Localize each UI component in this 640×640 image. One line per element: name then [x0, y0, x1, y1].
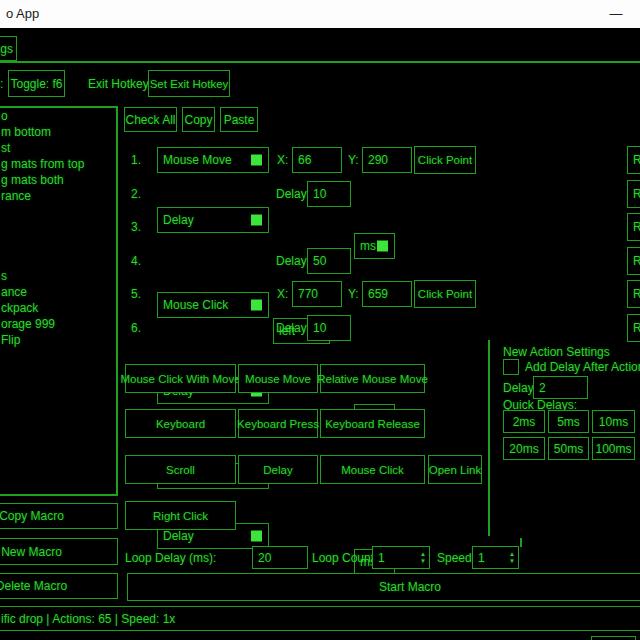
- x-label: X:: [277, 281, 288, 307]
- settings-delay-label: Delay:: [503, 376, 537, 399]
- spinner-arrows[interactable]: ▲▼: [509, 551, 515, 565]
- macro-list: o m bottom st g mats from top g mats bot…: [1, 108, 115, 348]
- add-scroll-button[interactable]: Scroll: [125, 455, 236, 484]
- add-mouse-click-button[interactable]: Mouse Click: [320, 455, 425, 484]
- dropdown-indicator-icon[interactable]: [251, 215, 262, 226]
- app-window: o App — gs : Toggle: f6 Exit Hotkey: Set…: [0, 0, 640, 640]
- x-input[interactable]: 770: [292, 281, 342, 307]
- paste-button[interactable]: Paste: [220, 107, 258, 132]
- menu-tab-settings[interactable]: gs: [0, 36, 17, 61]
- macro-list-item[interactable]: Flip: [1, 332, 115, 348]
- macro-list-item[interactable]: o: [1, 108, 115, 124]
- loop-delay-label: Loop Delay (ms):: [125, 546, 216, 569]
- action-type-dropdown[interactable]: Delay: [157, 207, 269, 233]
- remove-action-button[interactable]: R: [627, 213, 640, 241]
- add-keyboard-button[interactable]: Keyboard: [125, 409, 236, 438]
- toggle-hotkey-button[interactable]: Toggle: f6: [8, 70, 65, 97]
- macro-list-item[interactable]: s: [1, 268, 115, 284]
- action-type-value: Mouse Click: [163, 298, 228, 312]
- macro-list-item[interactable]: [1, 204, 115, 220]
- minimize-icon: —: [610, 6, 623, 21]
- macro-list-item[interactable]: ckpack: [1, 300, 115, 316]
- macro-list-item[interactable]: g mats from top: [1, 156, 115, 172]
- new-macro-button[interactable]: New Macro: [0, 538, 118, 565]
- add-right-click-button[interactable]: Right Click: [125, 501, 236, 530]
- add-delay-after-action-label: Add Delay After Action: [525, 359, 640, 375]
- y-input[interactable]: 659: [362, 281, 412, 307]
- check-all-button[interactable]: Check All: [124, 107, 177, 132]
- delete-macro-button[interactable]: Delete Macro: [0, 573, 118, 599]
- copy-button[interactable]: Copy: [182, 107, 215, 132]
- delay-input[interactable]: 10: [307, 181, 351, 207]
- set-exit-hotkey-button[interactable]: Set Exit Hotkey: [148, 70, 230, 97]
- y-label: Y:: [348, 281, 359, 307]
- macro-list-item[interactable]: g mats both: [1, 172, 115, 188]
- minimize-button[interactable]: —: [600, 0, 632, 26]
- remove-action-button[interactable]: R: [627, 146, 640, 174]
- add-relative-mouse-move-button[interactable]: Relative Mouse Move: [320, 364, 425, 393]
- loop-delay-input[interactable]: 20: [252, 546, 308, 569]
- spin-down-icon[interactable]: ▼: [509, 558, 515, 565]
- loop-count-value: 1: [378, 551, 385, 565]
- macro-list-item[interactable]: st: [1, 140, 115, 156]
- macro-list-item[interactable]: rance: [1, 188, 115, 204]
- action-type-dropdown[interactable]: Mouse Move: [157, 147, 269, 173]
- delay-label: Delay:: [276, 248, 310, 274]
- row-number: 3.: [131, 214, 141, 240]
- add-mouse-move-button[interactable]: Mouse Move: [238, 364, 318, 393]
- copy-macro-button[interactable]: Copy Macro: [0, 503, 118, 529]
- add-mouse-click-with-move-button[interactable]: Mouse Click With Move: [125, 364, 236, 393]
- speed-spinner[interactable]: 1 ▲▼: [472, 546, 519, 569]
- macro-list-item[interactable]: orage 999: [1, 316, 115, 332]
- delay-input[interactable]: 10: [307, 315, 351, 341]
- remove-action-button[interactable]: R: [627, 280, 640, 308]
- macro-list-item[interactable]: m bottom: [1, 124, 115, 140]
- settings-delay-input[interactable]: 2: [533, 376, 588, 399]
- loop-count-label: Loop Count:: [312, 546, 377, 569]
- remove-action-button[interactable]: R: [627, 314, 640, 342]
- click-point-button[interactable]: Click Point: [414, 146, 476, 174]
- quick-delay-20ms-button[interactable]: 20ms: [503, 437, 545, 460]
- dropdown-indicator-icon[interactable]: [251, 155, 262, 166]
- y-input[interactable]: 290: [362, 147, 412, 173]
- exit-hotkey-label: Exit Hotkey:: [88, 70, 152, 97]
- row-number: 5.: [131, 281, 141, 307]
- quick-delay-2ms-button[interactable]: 2ms: [503, 410, 545, 433]
- loop-count-spinner[interactable]: 1 ▲▼: [372, 546, 430, 569]
- unit-dropdown[interactable]: ms: [354, 233, 395, 259]
- remove-action-button[interactable]: R: [627, 247, 640, 275]
- quick-delay-5ms-button[interactable]: 5ms: [548, 410, 589, 433]
- spin-down-icon[interactable]: ▼: [420, 558, 426, 565]
- speed-value: 1: [478, 551, 485, 565]
- x-input[interactable]: 66: [292, 147, 342, 173]
- spin-up-icon[interactable]: ▲: [420, 551, 426, 558]
- add-open-link-button[interactable]: Open Link: [428, 455, 482, 484]
- quick-delay-100ms-button[interactable]: 100ms: [592, 437, 635, 460]
- add-keyboard-press-button[interactable]: Keyboard Press: [238, 409, 318, 438]
- action-type-dropdown[interactable]: Mouse Click: [157, 292, 269, 318]
- remove-action-button[interactable]: R: [627, 180, 640, 208]
- spin-up-icon[interactable]: ▲: [509, 551, 515, 558]
- add-keyboard-release-button[interactable]: Keyboard Release: [320, 409, 425, 438]
- macro-list-item[interactable]: [1, 220, 115, 236]
- dropdown-indicator-icon[interactable]: [251, 300, 262, 311]
- add-delay-button[interactable]: Delay: [238, 455, 318, 484]
- quick-delay-50ms-button[interactable]: 50ms: [548, 437, 589, 460]
- add-delay-after-action-checkbox[interactable]: [503, 359, 519, 375]
- dropdown-indicator-icon[interactable]: [251, 531, 262, 542]
- dropdown-indicator-icon[interactable]: [377, 241, 388, 252]
- macro-list-item[interactable]: [1, 236, 115, 252]
- unit-value: ms: [360, 239, 376, 253]
- macro-list-item[interactable]: [1, 252, 115, 268]
- settings-unit-dropdown[interactable]: ms: [591, 636, 636, 640]
- new-action-settings-title: New Action Settings: [503, 344, 610, 359]
- action-type-value: Delay: [163, 213, 194, 227]
- action-type-value: Delay: [163, 529, 194, 543]
- macro-list-item[interactable]: ance: [1, 284, 115, 300]
- title-bar: o App: [0, 0, 640, 28]
- quick-delay-10ms-button[interactable]: 10ms: [592, 410, 635, 433]
- spinner-arrows[interactable]: ▲▼: [420, 551, 426, 565]
- start-macro-button[interactable]: Start Macro: [127, 573, 640, 601]
- delay-input[interactable]: 50: [307, 248, 351, 274]
- click-point-button[interactable]: Click Point: [414, 280, 476, 308]
